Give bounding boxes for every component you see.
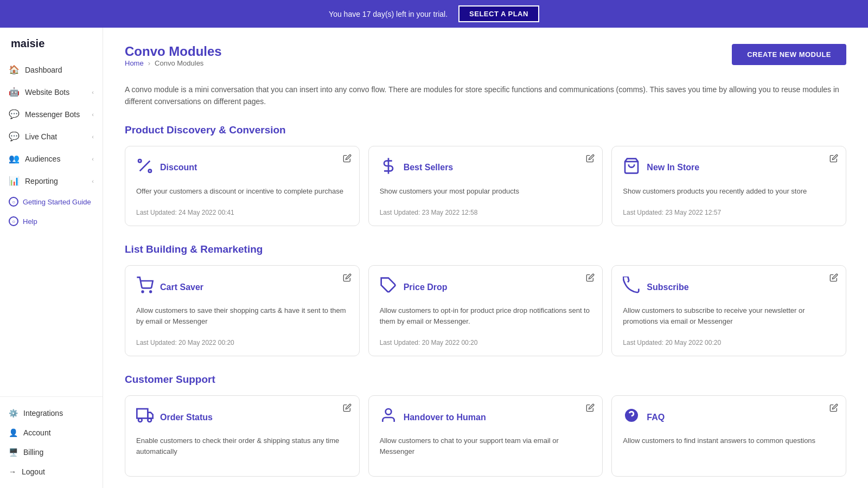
card-icon-discount bbox=[136, 157, 154, 178]
card-cart-saver[interactable]: Cart Saver Allow customers to save their… bbox=[125, 265, 360, 356]
breadcrumb: Home › Convo Modules bbox=[125, 59, 222, 67]
card-description-new-in-store: Show customers products you recently add… bbox=[623, 186, 835, 197]
link-circle-help: ○ bbox=[9, 216, 18, 226]
page-title-group: Convo Modules Home › Convo Modules bbox=[125, 44, 222, 78]
svg-point-5 bbox=[142, 291, 144, 293]
sidebar-icon-live-chat: 💬 bbox=[9, 131, 20, 142]
bottom-icon-account: 👤 bbox=[9, 428, 18, 437]
sidebar-item-left: 💬 Live Chat bbox=[9, 131, 57, 142]
chevron-icon-messenger-bots: ‹ bbox=[92, 111, 94, 118]
sidebar-bottom-account[interactable]: 👤 Account bbox=[0, 423, 103, 442]
card-description-price-drop: Allow customers to opt-in for product pr… bbox=[380, 305, 592, 326]
card-description-order-status: Enable customers to check their order & … bbox=[136, 435, 348, 457]
edit-icon-handover-to-human[interactable] bbox=[586, 403, 595, 414]
sidebar-link-getting-started[interactable]: ○ Getting Started Guide bbox=[0, 192, 103, 211]
card-updated-subscribe: Last Updated: 20 May 2022 00:20 bbox=[623, 339, 721, 346]
card-new-in-store[interactable]: New In Store Show customers products you… bbox=[611, 146, 846, 227]
section-product-discovery: Product Discovery & Conversion Discount … bbox=[125, 124, 846, 227]
sidebar-item-website-bots[interactable]: 🤖 Website Bots ‹ bbox=[0, 81, 103, 103]
card-title-faq: FAQ bbox=[647, 413, 665, 422]
edit-icon-subscribe[interactable] bbox=[829, 273, 838, 284]
edit-icon-order-status[interactable] bbox=[343, 403, 352, 414]
sidebar-nav: 🏠 Dashboard 🤖 Website Bots ‹ 💬 Messenger… bbox=[0, 59, 103, 396]
sidebar-item-audiences[interactable]: 👥 Audiences ‹ bbox=[0, 147, 103, 170]
chevron-icon-website-bots: ‹ bbox=[92, 89, 94, 95]
edit-icon-price-drop[interactable] bbox=[586, 273, 595, 284]
sidebar-icon-dashboard: 🏠 bbox=[9, 65, 20, 75]
sidebar-item-messenger-bots[interactable]: 💬 Messenger Bots ‹ bbox=[0, 103, 103, 125]
edit-icon-faq[interactable] bbox=[829, 403, 838, 414]
create-module-button[interactable]: CREATE NEW MODULE bbox=[732, 44, 846, 65]
sidebar-link-help[interactable]: ○ Help bbox=[0, 211, 103, 231]
card-title-discount: Discount bbox=[160, 163, 197, 172]
card-header-price-drop: Price Drop bbox=[380, 277, 592, 298]
sidebar-item-dashboard[interactable]: 🏠 Dashboard bbox=[0, 59, 103, 81]
bottom-label-logout: Logout bbox=[22, 467, 45, 476]
card-icon-order-status bbox=[136, 407, 154, 428]
sidebar-item-left: 📊 Reporting bbox=[9, 176, 58, 186]
sections-container: Product Discovery & Conversion Discount … bbox=[125, 124, 846, 477]
card-header-discount: Discount bbox=[136, 157, 348, 178]
card-description-discount: Offer your customers a discount or incen… bbox=[136, 186, 348, 197]
cards-grid-product-discovery: Discount Offer your customers a discount… bbox=[125, 146, 846, 227]
svg-point-12 bbox=[385, 409, 391, 415]
svg-rect-8 bbox=[137, 409, 148, 418]
sidebar-label-audiences: Audiences bbox=[25, 155, 60, 163]
sidebar-label-messenger-bots: Messenger Bots bbox=[25, 110, 80, 119]
breadcrumb-separator: › bbox=[148, 59, 150, 67]
card-best-sellers[interactable]: Best Sellers Show customers your most po… bbox=[368, 146, 603, 227]
bottom-icon-billing: 🖥️ bbox=[9, 448, 18, 457]
edit-icon-discount[interactable] bbox=[343, 154, 352, 165]
link-circle-getting-started: ○ bbox=[9, 197, 18, 207]
sidebar-item-live-chat[interactable]: 💬 Live Chat ‹ bbox=[0, 125, 103, 147]
card-icon-best-sellers bbox=[380, 157, 397, 178]
chevron-icon-audiences: ‹ bbox=[92, 156, 94, 162]
sidebar-item-left: 🏠 Dashboard bbox=[9, 65, 62, 75]
card-subscribe[interactable]: Subscribe Allow customers to subscribe t… bbox=[611, 265, 846, 356]
bottom-label-billing: Billing bbox=[23, 448, 43, 457]
sidebar: maisie 🏠 Dashboard 🤖 Website Bots ‹ 💬 Me… bbox=[0, 28, 103, 488]
main-content: Convo Modules Home › Convo Modules CREAT… bbox=[103, 28, 868, 488]
page-title: Convo Modules bbox=[125, 44, 222, 59]
card-description-best-sellers: Show customers your most popular product… bbox=[380, 186, 592, 197]
card-faq[interactable]: FAQ Allow customers to find instant answ… bbox=[611, 395, 846, 477]
banner-text: You have 17 day(s) left in your trial. bbox=[329, 10, 448, 18]
edit-icon-cart-saver[interactable] bbox=[343, 273, 352, 284]
card-description-faq: Allow customers to find instant answers … bbox=[623, 435, 835, 446]
card-icon-handover-to-human bbox=[380, 407, 397, 428]
card-header-faq: FAQ bbox=[623, 407, 835, 428]
sidebar-item-reporting[interactable]: 📊 Reporting ‹ bbox=[0, 170, 103, 192]
bottom-icon-integrations: ⚙️ bbox=[9, 409, 18, 418]
card-header-handover-to-human: Handover to Human bbox=[380, 407, 592, 428]
sidebar-bottom: ⚙️ Integrations 👤 Account 🖥️ Billing → L… bbox=[0, 396, 103, 488]
card-title-price-drop: Price Drop bbox=[404, 282, 448, 292]
card-order-status[interactable]: Order Status Enable customers to check t… bbox=[125, 395, 360, 477]
card-icon-new-in-store bbox=[623, 157, 640, 178]
edit-icon-best-sellers[interactable] bbox=[586, 154, 595, 165]
card-header-cart-saver: Cart Saver bbox=[136, 277, 348, 298]
card-handover-to-human[interactable]: Handover to Human Allow customers to cha… bbox=[368, 395, 603, 477]
edit-icon-new-in-store[interactable] bbox=[829, 154, 838, 165]
sidebar-icon-messenger-bots: 💬 bbox=[9, 109, 20, 119]
chevron-icon-reporting: ‹ bbox=[92, 178, 94, 184]
card-title-new-in-store: New In Store bbox=[647, 163, 699, 172]
card-price-drop[interactable]: Price Drop Allow customers to opt-in for… bbox=[368, 265, 603, 356]
sidebar-item-left: 💬 Messenger Bots bbox=[9, 109, 80, 119]
trial-banner: You have 17 day(s) left in your trial. S… bbox=[0, 0, 868, 28]
card-header-subscribe: Subscribe bbox=[623, 277, 835, 298]
sidebar-link-label-getting-started: Getting Started Guide bbox=[23, 198, 91, 206]
sidebar-label-reporting: Reporting bbox=[25, 177, 58, 185]
sidebar-bottom-billing[interactable]: 🖥️ Billing bbox=[0, 442, 103, 462]
sidebar-bottom-integrations[interactable]: ⚙️ Integrations bbox=[0, 403, 103, 423]
svg-point-6 bbox=[150, 291, 151, 293]
section-title-customer-support: Customer Support bbox=[125, 374, 846, 386]
card-title-subscribe: Subscribe bbox=[647, 282, 688, 292]
card-title-best-sellers: Best Sellers bbox=[404, 163, 454, 172]
breadcrumb-home[interactable]: Home bbox=[125, 59, 144, 67]
card-icon-price-drop bbox=[380, 277, 397, 298]
card-title-handover-to-human: Handover to Human bbox=[404, 413, 486, 422]
sidebar-bottom-logout[interactable]: → Logout bbox=[0, 462, 103, 481]
card-discount[interactable]: Discount Offer your customers a discount… bbox=[125, 146, 360, 227]
select-plan-button[interactable]: SELECT A PLAN bbox=[458, 5, 539, 22]
card-updated-price-drop: Last Updated: 20 May 2022 00:20 bbox=[380, 339, 478, 346]
